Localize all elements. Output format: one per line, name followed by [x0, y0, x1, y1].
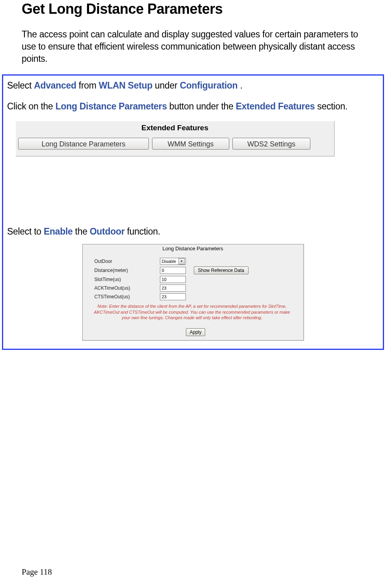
long-distance-parameters-button[interactable]: Long Distance Parameters	[18, 138, 149, 150]
chevron-down-icon: ▾	[178, 258, 185, 264]
ldp-panel: Long Distance Parameters OutDoor Disable…	[82, 244, 304, 341]
text: .	[240, 80, 242, 91]
slottime-input[interactable]	[160, 276, 186, 283]
wmm-settings-button[interactable]: WMM Settings	[152, 138, 229, 150]
intro-paragraph: The access point can calculate and displ…	[22, 28, 364, 65]
step-3: Select to Enable the Outdoor function.	[7, 226, 379, 238]
term-ldp: Long Distance Parameters	[56, 101, 167, 111]
ldp-note: Note: Enter the distance of the client f…	[91, 303, 294, 320]
apply-button[interactable]: Apply	[186, 328, 205, 336]
step-2: Click on the Long Distance Parameters bu…	[7, 100, 379, 113]
row-acktimeout: ACKTimeOut(us)	[95, 285, 297, 292]
show-reference-data-button[interactable]: Show Reference Data	[194, 266, 249, 274]
distance-input[interactable]	[160, 267, 186, 274]
row-distance: Distance(meter) Show Reference Data	[95, 266, 297, 274]
term-extended-features: Extended Features	[236, 101, 315, 111]
step-1: Select Advanced from WLAN Setup under Co…	[7, 80, 379, 92]
text: under	[155, 80, 180, 91]
label-distance: Distance(meter)	[95, 268, 160, 273]
page-title: Get Long Distance Parameters	[22, 0, 364, 17]
text: function.	[127, 226, 160, 237]
term-wlan-setup: WLAN Setup	[99, 80, 152, 91]
ctstimeout-input[interactable]	[160, 293, 186, 300]
row-outdoor: OutDoor Disable ▾	[95, 258, 297, 265]
text: button under the	[169, 101, 236, 111]
ldp-panel-title: Long Distance Parameters	[83, 244, 303, 255]
text: section.	[317, 101, 347, 111]
text: Click on the	[7, 101, 56, 111]
term-enable: Enable	[44, 226, 73, 237]
term-outdoor: Outdoor	[90, 226, 125, 237]
page-number: Page 118	[22, 567, 52, 577]
instruction-box: Select Advanced from WLAN Setup under Co…	[2, 74, 384, 350]
label-acktimeout: ACKTimeOut(us)	[95, 285, 160, 291]
text: Select	[7, 80, 34, 91]
label-ctstimeout: CTSTimeOut(us)	[95, 294, 160, 300]
term-advanced: Advanced	[34, 80, 76, 91]
text: from	[79, 80, 99, 91]
row-ctstimeout: CTSTimeOut(us)	[95, 293, 297, 300]
apply-row: Apply	[95, 328, 297, 336]
term-configuration: Configuration	[180, 80, 238, 91]
acktimeout-input[interactable]	[160, 285, 186, 292]
label-outdoor: OutDoor	[95, 259, 160, 264]
extended-features-title: Extended Features	[16, 121, 334, 136]
outdoor-select-value: Disable	[162, 259, 176, 264]
text: the	[75, 226, 90, 237]
text: Select to	[7, 226, 44, 237]
extended-features-buttons: Long Distance Parameters WMM Settings WD…	[16, 136, 334, 153]
wds2-settings-button[interactable]: WDS2 Settings	[232, 138, 310, 150]
extended-features-panel: Extended Features Long Distance Paramete…	[16, 121, 335, 157]
label-slottime: SlotTime(us)	[95, 277, 160, 282]
row-slottime: SlotTime(us)	[95, 276, 297, 283]
outdoor-select[interactable]: Disable ▾	[160, 258, 186, 265]
